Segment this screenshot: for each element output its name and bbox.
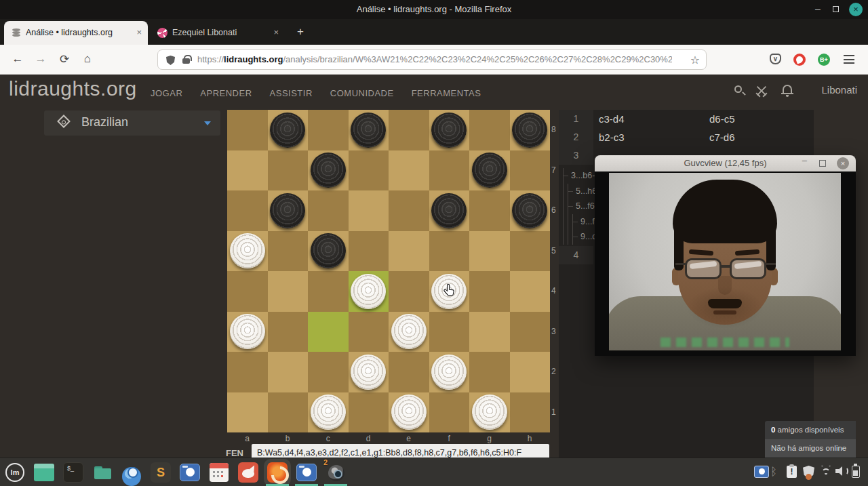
square-e5[interactable]	[389, 231, 429, 272]
taskbar-firefox[interactable]	[267, 462, 288, 483]
square-b7[interactable]	[268, 150, 309, 191]
nav-item-assistir[interactable]: ASSISTIR	[270, 88, 313, 98]
square-h5[interactable]	[510, 231, 551, 272]
window-maximize-button[interactable]	[829, 3, 842, 16]
move-white[interactable]: c3-d4	[599, 110, 711, 128]
guvcview-window[interactable]: Guvcview (12,45 fps) – ×	[595, 155, 856, 356]
white-piece-d4[interactable]	[351, 274, 386, 309]
square-e7[interactable]	[389, 150, 429, 191]
home-icon[interactable]: ⌂	[79, 52, 96, 66]
black-piece-h6[interactable]	[512, 193, 547, 228]
black-piece-g7[interactable]	[472, 153, 507, 188]
square-d3[interactable]	[349, 312, 389, 352]
tab-close-icon[interactable]: ×	[136, 27, 142, 37]
lock-icon[interactable]	[182, 58, 190, 64]
white-piece-d2[interactable]	[351, 355, 386, 390]
username[interactable]: Libonati	[821, 84, 857, 96]
nav-item-aprender[interactable]: APRENDER	[200, 88, 252, 98]
square-g2[interactable]	[469, 352, 510, 392]
white-piece-f2[interactable]	[431, 355, 467, 390]
move-white[interactable]: b2-c3	[599, 128, 711, 146]
window-close-button[interactable]: ×	[849, 3, 863, 16]
square-h1[interactable]	[510, 392, 551, 433]
black-piece-b8[interactable]	[270, 113, 305, 148]
tray-clipboard-icon[interactable]: !	[787, 466, 797, 478]
taskbar-mint-menu[interactable]: lm	[4, 462, 26, 483]
nav-item-jogar[interactable]: JOGAR	[151, 88, 182, 98]
square-g3[interactable]	[469, 312, 510, 352]
square-e4[interactable]	[389, 271, 429, 312]
url-text[interactable]: https://lidraughts.org/analysis/brazilia…	[197, 54, 672, 64]
draughts-board[interactable]	[227, 110, 550, 432]
tab-close-icon[interactable]: ×	[273, 27, 279, 37]
white-piece-g1[interactable]	[472, 394, 507, 430]
square-e6[interactable]	[389, 190, 429, 231]
square-h2[interactable]	[510, 352, 551, 392]
white-piece-a3[interactable]	[230, 314, 265, 349]
black-piece-c7[interactable]	[311, 153, 346, 188]
tray-wifi-icon[interactable]	[819, 466, 833, 476]
square-c3[interactable]	[308, 312, 349, 352]
square-a6[interactable]	[227, 190, 268, 231]
tracking-shield-icon[interactable]	[166, 56, 175, 65]
guvcview-close-button[interactable]: ×	[837, 157, 849, 169]
white-piece-a5[interactable]	[230, 233, 265, 268]
tab-analysis[interactable]: Análise • lidraughts.org ×	[4, 21, 148, 45]
black-piece-f8[interactable]	[431, 113, 467, 148]
taskbar-gimp[interactable]	[237, 462, 259, 483]
white-piece-e3[interactable]	[391, 314, 427, 349]
square-h3[interactable]	[510, 312, 551, 352]
guvcview-maximize-button[interactable]	[819, 160, 826, 167]
taskbar-camera-app[interactable]	[296, 462, 317, 483]
square-h4[interactable]	[510, 271, 551, 312]
adblocker-extension-icon[interactable]	[793, 54, 806, 66]
black-piece-h8[interactable]	[512, 113, 547, 148]
square-b1[interactable]	[268, 392, 309, 433]
taskbar-sublime-text[interactable]: S	[150, 462, 172, 483]
square-c6[interactable]	[308, 190, 349, 231]
square-e2[interactable]	[389, 352, 429, 392]
guvcview-titlebar[interactable]: Guvcview (12,45 fps) – ×	[595, 155, 856, 171]
guvcview-minimize-button[interactable]: –	[802, 155, 807, 165]
tray-camera-icon[interactable]	[754, 466, 769, 478]
taskbar-guvcview-webcam[interactable]: 2	[325, 462, 347, 483]
square-b3[interactable]	[268, 312, 309, 352]
square-c4[interactable]	[308, 271, 349, 312]
black-piece-d8[interactable]	[351, 113, 386, 148]
square-f3[interactable]	[429, 312, 470, 352]
black-piece-b6[interactable]	[270, 193, 305, 228]
square-f5[interactable]	[429, 231, 470, 272]
white-piece-e1[interactable]	[391, 394, 427, 430]
hamburger-menu-icon[interactable]	[844, 55, 854, 64]
square-a4[interactable]	[227, 271, 268, 312]
notifications-bell-icon[interactable]	[783, 85, 792, 93]
square-g8[interactable]	[469, 110, 510, 150]
square-b2[interactable]	[268, 352, 309, 392]
square-e8[interactable]	[389, 110, 429, 150]
white-piece-c1[interactable]	[311, 394, 346, 430]
taskbar-desktop[interactable]	[33, 462, 55, 483]
square-g4[interactable]	[469, 271, 510, 312]
square-d1[interactable]	[349, 392, 389, 433]
taskbar-calendar[interactable]	[208, 462, 230, 483]
square-b4[interactable]	[268, 271, 309, 312]
tray-bluetooth-icon[interactable]: ᛒ	[770, 466, 777, 478]
square-c2[interactable]	[308, 352, 349, 392]
taskbar-file-manager[interactable]	[92, 462, 113, 483]
black-piece-c5[interactable]	[311, 233, 346, 268]
pocket-icon[interactable]: ∨	[770, 54, 781, 64]
taskbar-screenshot-tool[interactable]	[179, 462, 201, 483]
friends-header[interactable]: 0 amigos disponíveis	[765, 421, 856, 439]
url-bar[interactable]: https://lidraughts.org/analysis/brazilia…	[157, 49, 707, 70]
black-piece-f6[interactable]	[431, 193, 467, 228]
forward-icon[interactable]: →	[33, 52, 49, 66]
taskbar-web-browser[interactable]	[121, 462, 142, 483]
site-logo[interactable]: lidraughts.org	[9, 77, 137, 100]
square-a7[interactable]	[227, 150, 268, 191]
square-d6[interactable]	[349, 190, 389, 231]
square-d7[interactable]	[349, 150, 389, 191]
square-g6[interactable]	[469, 190, 510, 231]
taskbar-terminal[interactable]: $_	[62, 462, 84, 483]
square-a1[interactable]	[227, 392, 268, 433]
window-minimize-button[interactable]: –	[811, 3, 825, 16]
